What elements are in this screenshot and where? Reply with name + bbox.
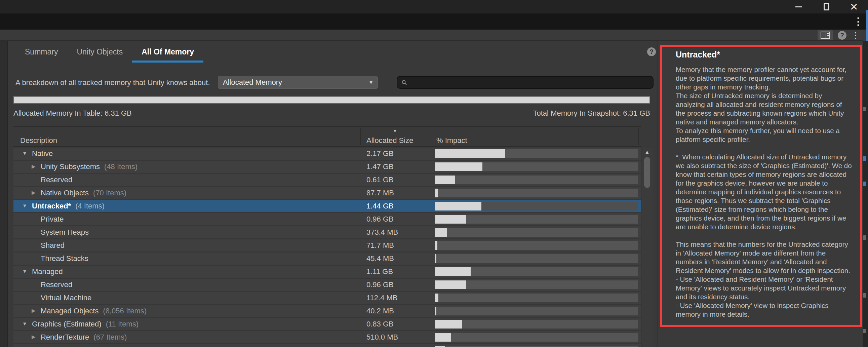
details-panel-toggle-button[interactable] <box>817 30 833 40</box>
all-of-memory-view: Summary Unity Objects All Of Memory ? A … <box>8 41 657 347</box>
tree-toggle-icon[interactable]: ▶ <box>32 163 36 169</box>
help-icon: ? <box>838 31 846 40</box>
row-label-group: System Heaps <box>41 226 93 239</box>
maximize-button[interactable] <box>817 0 836 13</box>
row-allocated-size: 0.83 GB <box>366 318 394 330</box>
row-impact-bar <box>435 189 638 197</box>
row-label-group: Managed Objects (8,056 Items) <box>41 305 147 317</box>
close-button[interactable]: ✕ <box>844 0 863 13</box>
row-allocated-size: 1.44 GB <box>366 200 394 212</box>
column-header-impact[interactable]: % Impact <box>436 136 467 145</box>
column-divider[interactable] <box>360 128 361 145</box>
selection-details-panel: Untracked* Memory that the memory profil… <box>657 41 863 347</box>
window-titlebar: ✕ <box>0 0 868 13</box>
tree-toggle-icon[interactable]: ▶ <box>32 308 36 314</box>
details-title: Untracked* <box>676 50 720 60</box>
table-row[interactable]: Virtual Machine 112.4 MB <box>13 292 641 304</box>
toolbar-help-button[interactable]: ? <box>838 30 846 40</box>
row-allocated-size: 1.11 GB <box>366 265 393 278</box>
row-allocated-size: 2.17 GB <box>366 148 394 160</box>
row-impact-fill <box>435 267 471 276</box>
column-divider[interactable] <box>433 128 433 145</box>
table-row[interactable]: ▼ Untracked* (4 Items) 1.44 GB <box>13 200 641 212</box>
tab-all-of-memory[interactable]: All Of Memory <box>132 41 204 63</box>
row-label: Reserved <box>41 176 72 184</box>
column-header-allocated-size[interactable]: Allocated Size <box>366 136 413 145</box>
column-header-description[interactable]: Description <box>20 136 57 145</box>
table-row[interactable]: System Heaps 373.4 MB <box>13 226 641 239</box>
row-label: Unity Subsystems <box>41 162 100 171</box>
table-row[interactable]: ▼ Managed 1.11 GB <box>13 265 641 278</box>
tree-toggle-icon[interactable]: ▼ <box>22 203 27 209</box>
row-impact-fill <box>435 228 447 237</box>
table-row[interactable]: ▶ RGBA32f Backing (11 Items) 300.1 MB <box>13 344 641 347</box>
row-allocated-size: 373.4 MB <box>366 226 398 239</box>
row-label: Thread Stacks <box>41 254 88 263</box>
table-row[interactable]: ▼ Graphics (Estimated) (11 Items) 0.83 G… <box>13 318 641 330</box>
memory-tree: ▼ Native 2.17 GB ▶ Unity Subsystems (48 … <box>13 148 641 347</box>
row-impact-bar <box>435 176 638 184</box>
scrollbar-thumb[interactable] <box>644 157 650 188</box>
view-help-button[interactable]: ? <box>647 48 656 56</box>
row-impact-fill <box>435 189 438 197</box>
table-row[interactable]: ▶ RenderTexture (67 Items) 510.0 MB <box>13 331 641 343</box>
row-label-group: Native Objects (70 Items) <box>41 187 126 199</box>
memory-usage-bar-fill <box>14 97 650 103</box>
column-divider[interactable] <box>638 128 639 145</box>
row-item-count: (70 Items) <box>93 189 126 197</box>
close-icon: ✕ <box>849 1 858 13</box>
row-impact-fill <box>435 202 482 211</box>
tree-toggle-icon[interactable]: ▶ <box>32 190 36 196</box>
row-label-group: Managed <box>32 265 67 278</box>
row-label-group: Reserved <box>41 279 76 291</box>
menu-kebab-icon[interactable]: ⋮ <box>853 15 863 27</box>
row-label-group: Native <box>32 148 57 160</box>
row-impact-bar <box>435 267 638 276</box>
row-allocated-size: 0.96 GB <box>366 279 394 291</box>
row-label: Graphics (Estimated) <box>32 320 101 328</box>
row-label: Managed Objects <box>41 307 98 315</box>
tree-toggle-icon[interactable]: ▼ <box>22 321 27 326</box>
row-impact-bar <box>435 320 638 328</box>
toolbar-kebab-button[interactable]: ⋮ <box>851 30 860 40</box>
table-row[interactable]: ▶ Unity Subsystems (48 Items) 1.47 GB <box>13 161 641 173</box>
row-label: Virtual Machine <box>41 293 91 302</box>
row-impact-bar <box>435 280 638 289</box>
search-input[interactable] <box>407 78 643 87</box>
table-row[interactable]: Thread Stacks 45.4 MB <box>13 253 641 264</box>
tree-toggle-icon[interactable]: ▼ <box>22 150 27 156</box>
right-edge-sliver <box>863 41 868 347</box>
row-label-group: Private <box>41 213 68 225</box>
minimize-icon <box>796 6 802 7</box>
table-row[interactable]: ▶ Managed Objects (8,056 Items) 40.2 MB <box>13 305 641 317</box>
tab-summary[interactable]: Summary <box>16 41 67 63</box>
table-row[interactable]: Shared 71.7 MB <box>13 240 641 252</box>
sort-descending-icon[interactable]: ▼ <box>393 128 397 133</box>
help-icon: ? <box>647 48 656 56</box>
tree-toggle-icon[interactable]: ▶ <box>32 334 36 340</box>
table-row[interactable]: ▶ Native Objects (70 Items) 87.7 MB <box>13 187 641 199</box>
row-allocated-size: 300.1 MB <box>366 344 398 347</box>
tree-toggle-icon[interactable]: ▼ <box>22 268 27 274</box>
row-impact-fill <box>435 215 466 224</box>
row-impact-fill <box>435 307 436 315</box>
memory-mode-dropdown[interactable]: Allocated Memory ▼ <box>218 76 378 89</box>
tab-bar: Summary Unity Objects All Of Memory <box>8 41 657 63</box>
table-row[interactable]: Private 0.96 GB <box>13 213 641 225</box>
row-label: System Heaps <box>41 228 89 237</box>
scroll-up-arrow-icon[interactable]: ▲ <box>642 149 653 155</box>
table-row[interactable]: ▼ Native 2.17 GB <box>13 148 641 160</box>
search-field[interactable] <box>397 76 653 89</box>
row-impact-bar <box>435 293 638 302</box>
row-label-group: Shared <box>41 240 69 252</box>
row-label: Private <box>41 215 64 224</box>
row-impact-bar <box>435 202 638 211</box>
table-row[interactable]: Reserved 0.96 GB <box>13 279 641 291</box>
row-impact-bar <box>435 149 638 158</box>
row-allocated-size: 45.4 MB <box>366 253 394 264</box>
minimize-button[interactable] <box>789 0 808 13</box>
chevron-down-icon: ▼ <box>368 76 373 88</box>
table-scrollbar[interactable]: ▲ <box>641 148 653 347</box>
tab-unity-objects[interactable]: Unity Objects <box>67 41 132 63</box>
table-row[interactable]: Reserved 0.61 GB <box>13 174 641 186</box>
